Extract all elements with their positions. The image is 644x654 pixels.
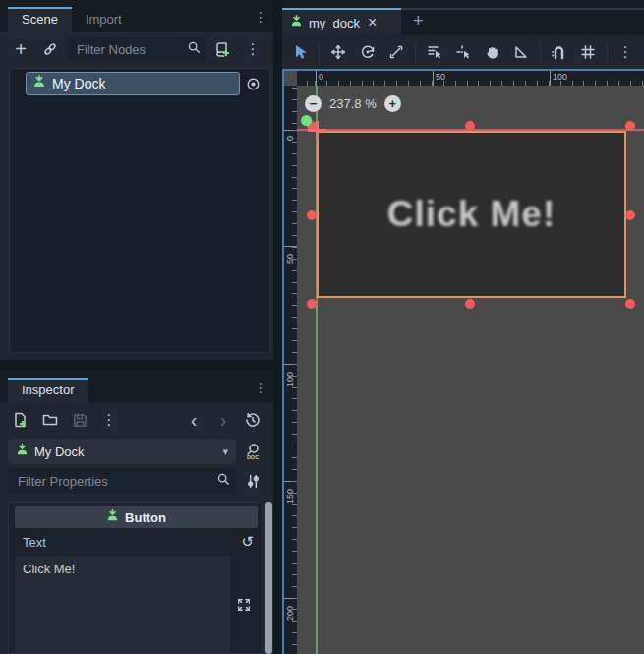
tab-scene[interactable]: Scene xyxy=(8,7,72,32)
scene-tree-options-icon[interactable]: ⋮ xyxy=(240,37,265,61)
pivot-marker[interactable] xyxy=(308,121,326,140)
revert-property-icon[interactable]: ↺ xyxy=(241,533,254,551)
smart-snap-icon[interactable] xyxy=(545,39,573,65)
ruler-label: 0 xyxy=(285,136,295,141)
scene-tab-my-dock[interactable]: my_dock × xyxy=(282,8,401,35)
selection-handle[interactable] xyxy=(307,210,317,220)
ruler-tool-icon[interactable] xyxy=(506,39,535,65)
zoom-controls: − 237.8 % + xyxy=(305,95,401,112)
inspector-body: ⋮ ‹ › xyxy=(0,403,273,654)
zoom-out-button[interactable]: − xyxy=(305,95,322,112)
close-tab-icon[interactable]: × xyxy=(368,14,377,31)
ruler-horizontal: 0 50 100 xyxy=(297,71,644,86)
property-tools-icon[interactable] xyxy=(240,469,265,493)
zoom-in-button[interactable]: + xyxy=(384,95,401,112)
visibility-eye-icon[interactable] xyxy=(240,77,265,91)
rotate-tool-icon[interactable] xyxy=(353,39,381,65)
button-node-icon xyxy=(290,14,303,31)
node-selector-row: My Dock ▾ DOC xyxy=(0,437,273,466)
scene-dock-menu-icon[interactable]: ⋮ xyxy=(254,10,267,24)
pivot-tool-icon[interactable] xyxy=(448,39,477,65)
new-resource-icon[interactable] xyxy=(8,408,33,432)
tab-inspector[interactable]: Inspector xyxy=(8,378,88,403)
new-scene-tab-button[interactable]: + xyxy=(413,12,424,30)
dock-splitter-vertical[interactable] xyxy=(273,0,282,654)
property-text-value-input[interactable]: Click Me! xyxy=(15,556,230,653)
ruler-corner xyxy=(284,71,297,86)
scene-tab-label: my_dock xyxy=(309,16,360,30)
selected-node-label: My Dock xyxy=(34,445,216,459)
open-docs-icon[interactable]: DOC xyxy=(240,440,265,463)
inspector-content: Button Text ↺ Click Me! xyxy=(8,502,273,654)
node-selector-dropdown[interactable]: My Dock ▾ xyxy=(8,439,236,464)
ruler-label: 100 xyxy=(285,372,295,386)
save-resource-icon[interactable] xyxy=(67,408,92,432)
ruler-label: 200 xyxy=(285,606,295,621)
category-title: Button xyxy=(125,510,166,525)
instance-scene-icon[interactable] xyxy=(37,37,63,61)
rulers-top-row: 0 50 100 xyxy=(284,71,644,86)
select-tool-icon[interactable] xyxy=(286,39,315,65)
scene-tabs-bar: my_dock × + xyxy=(282,0,644,35)
inspector-dock: Inspector ⋮ xyxy=(0,371,273,654)
ruler-label: 50 xyxy=(433,71,445,86)
search-icon xyxy=(187,40,201,58)
ruler-label: 150 xyxy=(285,489,295,504)
inspector-menu-icon[interactable]: ⋮ xyxy=(254,381,267,394)
button-node-icon xyxy=(106,508,119,526)
inspector-tabbar: Inspector ⋮ xyxy=(0,371,273,403)
selection-handle[interactable] xyxy=(307,299,317,309)
filter-properties-input[interactable]: Filter Properties xyxy=(8,468,236,494)
scene-dock-body: + Filter Nodes xyxy=(0,32,273,360)
pan-tool-icon[interactable] xyxy=(478,39,506,65)
filter-properties-row: Filter Properties xyxy=(0,466,273,496)
canvas-2d[interactable]: Click Me! − 237.8 % + xyxy=(297,86,644,654)
tree-node-label: My Dock xyxy=(52,76,105,91)
expand-text-icon[interactable] xyxy=(230,556,258,653)
filter-nodes-input[interactable]: Filter Nodes xyxy=(67,37,206,61)
selection-handle[interactable] xyxy=(625,210,635,220)
load-resource-folder-icon[interactable] xyxy=(37,408,63,432)
dock-splitter-horizontal[interactable] xyxy=(0,360,273,371)
selection-handle[interactable] xyxy=(465,299,475,309)
move-tool-icon[interactable] xyxy=(323,39,352,65)
attach-script-icon[interactable] xyxy=(210,37,236,61)
canvas-toolbar: ⋮ xyxy=(282,35,644,69)
scale-tool-icon[interactable] xyxy=(381,39,410,65)
selection-handle[interactable] xyxy=(625,121,635,131)
ruler-label: 0 xyxy=(316,71,323,86)
history-back-icon[interactable]: ‹ xyxy=(181,408,206,432)
button-node-icon xyxy=(16,443,29,460)
zoom-percent-value[interactable]: 237.8 % xyxy=(329,96,377,111)
scene-tree: My Dock xyxy=(9,68,270,353)
snap-options-icon[interactable]: ⋮ xyxy=(612,39,640,65)
inspector-scrollbar[interactable] xyxy=(264,502,273,654)
main-viewport-column: my_dock × + xyxy=(282,0,644,654)
tree-row-my-dock[interactable]: My Dock xyxy=(10,71,269,96)
selection-handle[interactable] xyxy=(465,121,475,131)
text-edit-wrap: Click Me! xyxy=(15,556,258,653)
scene-dock-tabbar: Scene Import ⋮ xyxy=(0,0,273,32)
ruler-vertical: 0 50 100 150 200 xyxy=(284,86,297,654)
edit-history-icon[interactable] xyxy=(240,408,265,432)
category-button-header[interactable]: Button xyxy=(15,506,258,528)
inspector-toolbar: ⋮ ‹ › xyxy=(0,403,273,437)
history-forward-icon[interactable]: › xyxy=(210,408,236,432)
selection-handle[interactable] xyxy=(625,299,635,309)
canvas-button-node[interactable]: Click Me! xyxy=(317,131,626,298)
viewport-area: 0 50 100 0 50 100 150 200 xyxy=(282,69,644,654)
add-node-button[interactable]: + xyxy=(8,37,33,61)
ruler-label: 50 xyxy=(285,254,295,264)
scene-dock: Scene Import ⋮ + Filter Nodes xyxy=(0,0,273,360)
filter-properties-placeholder: Filter Properties xyxy=(18,474,216,489)
grid-snap-icon[interactable] xyxy=(573,39,602,65)
viewport-body: 0 50 100 150 200 Click Me! xyxy=(284,86,644,654)
canvas-button-text: Click Me! xyxy=(387,194,556,235)
filter-nodes-placeholder: Filter Nodes xyxy=(77,42,187,57)
list-select-tool-icon[interactable] xyxy=(420,39,448,65)
scrollbar-thumb[interactable] xyxy=(265,502,272,654)
tree-selection[interactable]: My Dock xyxy=(26,72,240,95)
tab-import[interactable]: Import xyxy=(72,7,136,32)
button-node-icon xyxy=(32,75,46,92)
resource-options-icon[interactable]: ⋮ xyxy=(96,408,122,432)
